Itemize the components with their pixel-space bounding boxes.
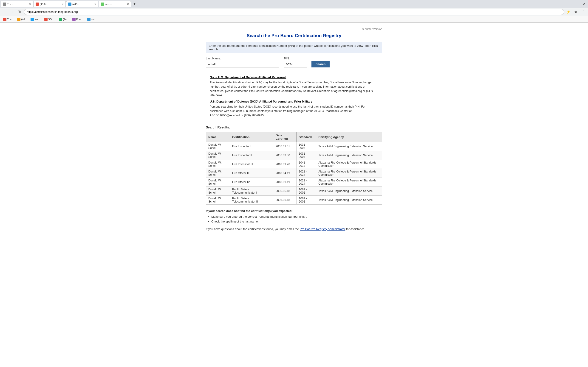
- bookmark-label-3: Not...: [35, 18, 40, 21]
- cell-date: 2018.09.28: [273, 160, 296, 169]
- cell-certification: Fire Instructor III: [230, 160, 273, 169]
- pin-input[interactable]: [284, 61, 307, 67]
- maximize-button[interactable]: □: [575, 2, 581, 6]
- tab-close-1[interactable]: ×: [29, 2, 31, 6]
- cell-agency: Texas A&M Engineering Extension Service: [316, 187, 382, 196]
- bookmark-label-1: The...: [7, 18, 14, 21]
- cell-date: 2018.04.19: [273, 169, 296, 178]
- footer-section: If your search does not find the certifi…: [206, 209, 382, 231]
- cell-certification: Fire Officer III: [230, 169, 273, 178]
- table-row: Donald W. SchellFire Officer III2018.04.…: [206, 169, 382, 178]
- bookmark-5[interactable]: (44...: [58, 17, 70, 21]
- printer-version-label: printer version: [365, 27, 382, 31]
- cell-agency: Alabama Fire College & Personnel Standar…: [316, 178, 382, 187]
- pin-field: PIN:: [284, 57, 307, 67]
- search-button[interactable]: Search: [311, 61, 330, 67]
- cell-standard: 1031 - 2003: [296, 142, 316, 151]
- cell-name: Donald W Schell: [206, 187, 230, 196]
- col-standard: Standard: [296, 132, 316, 142]
- tab-close-active[interactable]: ×: [127, 2, 129, 6]
- bookmarks-button[interactable]: ★: [573, 9, 579, 15]
- tab-close-2[interactable]: ×: [62, 2, 64, 6]
- tab-3[interactable]: (445... ×: [66, 1, 98, 7]
- tab-active[interactable]: cert... ×: [99, 1, 131, 7]
- bookmark-3[interactable]: Not...: [29, 17, 42, 21]
- tab-bar: The... × (45.6... × (445... × cert... × …: [0, 0, 588, 8]
- close-window-button[interactable]: ×: [581, 2, 587, 6]
- tab-title-1: The...: [7, 3, 28, 6]
- new-tab-button[interactable]: +: [131, 1, 138, 7]
- results-heading: Search Results:: [206, 125, 382, 129]
- bookmarks-bar: The... (46... Not... SOL... (44... Pum..…: [0, 16, 588, 23]
- tab-favicon-active: [101, 2, 104, 6]
- bookmark-1[interactable]: The...: [2, 17, 15, 21]
- last-name-label: Last Name:: [206, 57, 279, 60]
- menu-button[interactable]: ⋮: [580, 9, 586, 15]
- bookmark-icon-7: [87, 18, 90, 21]
- non-dod-title: Non - U.S. Department of Defense Affilia…: [210, 75, 378, 79]
- bookmark-icon-5: [59, 18, 62, 21]
- bookmark-icon-6: [72, 18, 76, 21]
- tab-title-3: (445...: [72, 3, 94, 6]
- col-name: Name: [206, 132, 230, 142]
- dod-text: Persons searching for their United State…: [210, 105, 378, 117]
- cell-standard: 1031 - 2003: [296, 151, 316, 160]
- extensions-button[interactable]: ⚡: [565, 9, 571, 15]
- nav-bar: ← → ↻ ⚡ ★ ⋮: [0, 8, 588, 16]
- tip-1: Make sure you entered the correct Person…: [211, 215, 382, 219]
- cell-certification: Fire Inspector II: [230, 151, 273, 160]
- bookmark-2[interactable]: (46...: [16, 17, 28, 21]
- cell-agency: Texas A&M Engineering Extension Service: [316, 196, 382, 205]
- cell-standard: 1061 - 2002: [296, 196, 316, 205]
- registry-admin-link[interactable]: Pro Board's Registry Administrator: [300, 227, 345, 231]
- last-name-field: Last Name:: [206, 57, 279, 67]
- non-dod-text: The Personal Identification Number (PIN)…: [210, 80, 378, 98]
- cell-agency: Alabama Fire College & Personnel Standar…: [316, 160, 382, 169]
- cell-name: Donald W Schell: [206, 151, 230, 160]
- bookmark-7[interactable]: doc...: [86, 17, 99, 21]
- cell-name: Donald W Schell: [206, 196, 230, 205]
- cell-standard: 1041 - 2012: [296, 160, 316, 169]
- cell-name: Donald W. Schell: [206, 160, 230, 169]
- cell-standard: 1021 - 2014: [296, 178, 316, 187]
- cell-name: Donald W Schell: [206, 142, 230, 151]
- instruction-box: Enter the last name and the Personal Ide…: [206, 42, 382, 53]
- bookmark-6[interactable]: Pum...: [71, 17, 85, 21]
- tab-title-active: cert...: [105, 3, 126, 6]
- table-row: Donald W SchellFire Inspector I2007.01.3…: [206, 142, 382, 151]
- bookmark-4[interactable]: SOL...: [43, 17, 57, 21]
- tab-close-3[interactable]: ×: [95, 2, 96, 6]
- col-agency: Certifying Agency: [316, 132, 382, 142]
- table-row: Donald W. SchellFire Officer IV2018.09.1…: [206, 178, 382, 187]
- address-bar[interactable]: [24, 9, 564, 15]
- tab-title-2: (45.6...: [40, 3, 61, 6]
- last-name-input[interactable]: [206, 61, 279, 67]
- pin-label: PIN:: [284, 57, 307, 60]
- cell-standard: 1021 - 2014: [296, 169, 316, 178]
- search-form: Last Name: PIN: Search: [206, 57, 382, 67]
- cell-agency: Alabama Fire College & Personnel Standar…: [316, 169, 382, 178]
- bookmark-icon-1: [3, 18, 6, 21]
- table-row: Donald W SchellPublic Safety Telecommuni…: [206, 196, 382, 205]
- refresh-button[interactable]: ↻: [17, 9, 23, 15]
- contact-text: If you have questions about the certific…: [206, 227, 382, 232]
- page-title: Search the Pro Board Certification Regis…: [206, 33, 382, 38]
- cell-name: Donald W. Schell: [206, 178, 230, 187]
- cell-agency: Texas A&M Engineering Extension Service: [316, 142, 382, 151]
- tab-favicon-3: [68, 2, 71, 6]
- tab-2[interactable]: (45.6... ×: [34, 1, 66, 7]
- cell-certification: Fire Officer IV: [230, 178, 273, 187]
- cell-date: 2006.06.18: [273, 187, 296, 196]
- cell-date: 2007.03.30: [273, 151, 296, 160]
- bookmark-icon-4: [44, 18, 48, 21]
- tab-favicon-1: [3, 2, 6, 6]
- tab-1[interactable]: The... ×: [1, 1, 33, 7]
- back-button[interactable]: ←: [2, 9, 8, 15]
- minimize-button[interactable]: —: [567, 2, 574, 6]
- info-section: Non - U.S. Department of Defense Affilia…: [206, 72, 382, 121]
- cell-certification: Public Safety Telecommunicator II: [230, 196, 273, 205]
- forward-button[interactable]: →: [9, 9, 15, 15]
- cell-certification: Fire Inspector I: [230, 142, 273, 151]
- printer-version-link[interactable]: 🖨 printer version: [361, 27, 382, 31]
- table-row: Donald W SchellFire Inspector II2007.03.…: [206, 151, 382, 160]
